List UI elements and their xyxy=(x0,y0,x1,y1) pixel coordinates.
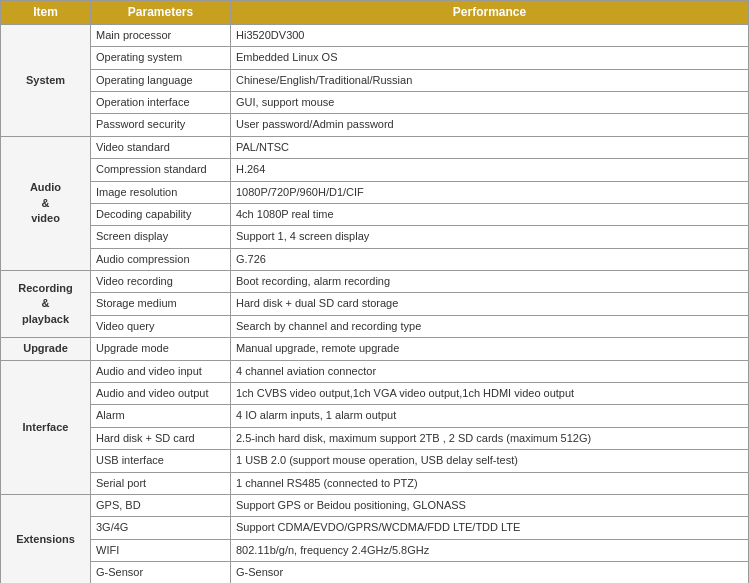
param-label: Serial port xyxy=(91,472,231,494)
perf-value: 1080P/720P/960H/D1/CIF xyxy=(231,181,749,203)
perf-value: User password/Admin password xyxy=(231,114,749,136)
perf-value: G.726 xyxy=(231,248,749,270)
table-row: WIFI802.11b/g/n, frequency 2.4GHz/5.8GHz xyxy=(1,539,749,561)
table-row: Video querySearch by channel and recordi… xyxy=(1,315,749,337)
table-row: Serial port1 channel RS485 (connected to… xyxy=(1,472,749,494)
table-row: Audio compressionG.726 xyxy=(1,248,749,270)
param-label: Password security xyxy=(91,114,231,136)
perf-value: 4 IO alarm inputs, 1 alarm output xyxy=(231,405,749,427)
table-row: SystemMain processorHi3520DV300 xyxy=(1,24,749,46)
param-label: Screen display xyxy=(91,226,231,248)
group-label: Upgrade xyxy=(1,338,91,360)
header-item: Item xyxy=(1,1,91,25)
group-label: Interface xyxy=(1,360,91,494)
param-label: Audio and video input xyxy=(91,360,231,382)
table-row: Operation interfaceGUI, support mouse xyxy=(1,91,749,113)
table-row: Audio & videoVideo standardPAL/NTSC xyxy=(1,136,749,158)
param-label: Alarm xyxy=(91,405,231,427)
perf-value: 802.11b/g/n, frequency 2.4GHz/5.8GHz xyxy=(231,539,749,561)
perf-value: Search by channel and recording type xyxy=(231,315,749,337)
param-label: Video standard xyxy=(91,136,231,158)
group-label: Audio & video xyxy=(1,136,91,270)
table-row: USB interface1 USB 2.0 (support mouse op… xyxy=(1,450,749,472)
group-label: Extensions xyxy=(1,495,91,584)
param-label: Audio compression xyxy=(91,248,231,270)
perf-value: Manual upgrade, remote upgrade xyxy=(231,338,749,360)
perf-value: Boot recording, alarm recording xyxy=(231,271,749,293)
param-label: USB interface xyxy=(91,450,231,472)
header-performance: Performance xyxy=(231,1,749,25)
perf-value: Support CDMA/EVDO/GPRS/WCDMA/FDD LTE/TDD… xyxy=(231,517,749,539)
perf-value: H.264 xyxy=(231,159,749,181)
header-parameters: Parameters xyxy=(91,1,231,25)
spec-table: Item Parameters Performance SystemMain p… xyxy=(0,0,749,583)
table-row: Alarm4 IO alarm inputs, 1 alarm output xyxy=(1,405,749,427)
perf-value: 1 channel RS485 (connected to PTZ) xyxy=(231,472,749,494)
perf-value: 1 USB 2.0 (support mouse operation, USB … xyxy=(231,450,749,472)
table-row: Audio and video output1ch CVBS video out… xyxy=(1,383,749,405)
param-label: Operating language xyxy=(91,69,231,91)
table-row: Storage mediumHard disk + dual SD card s… xyxy=(1,293,749,315)
perf-value: 1ch CVBS video output,1ch VGA video outp… xyxy=(231,383,749,405)
group-label: Recording & playback xyxy=(1,271,91,338)
perf-value: Hard disk + dual SD card storage xyxy=(231,293,749,315)
perf-value: 2.5-inch hard disk, maximum support 2TB … xyxy=(231,427,749,449)
table-row: InterfaceAudio and video input4 channel … xyxy=(1,360,749,382)
perf-value: Support 1, 4 screen display xyxy=(231,226,749,248)
table-row: Hard disk + SD card2.5-inch hard disk, m… xyxy=(1,427,749,449)
param-label: Video recording xyxy=(91,271,231,293)
table-row: G-SensorG-Sensor xyxy=(1,562,749,583)
perf-value: PAL/NTSC xyxy=(231,136,749,158)
param-label: Operation interface xyxy=(91,91,231,113)
table-row: Decoding capability4ch 1080P real time xyxy=(1,203,749,225)
param-label: Audio and video output xyxy=(91,383,231,405)
param-label: Upgrade mode xyxy=(91,338,231,360)
param-label: 3G/4G xyxy=(91,517,231,539)
param-label: GPS, BD xyxy=(91,495,231,517)
table-row: 3G/4GSupport CDMA/EVDO/GPRS/WCDMA/FDD LT… xyxy=(1,517,749,539)
table-row: Operating systemEmbedded Linux OS xyxy=(1,47,749,69)
param-label: Storage medium xyxy=(91,293,231,315)
param-label: Image resolution xyxy=(91,181,231,203)
group-label: System xyxy=(1,24,91,136)
param-label: Video query xyxy=(91,315,231,337)
table-row: ExtensionsGPS, BDSupport GPS or Beidou p… xyxy=(1,495,749,517)
param-label: WIFI xyxy=(91,539,231,561)
perf-value: 4 channel aviation connector xyxy=(231,360,749,382)
perf-value: 4ch 1080P real time xyxy=(231,203,749,225)
table-row: Recording & playbackVideo recordingBoot … xyxy=(1,271,749,293)
param-label: Main processor xyxy=(91,24,231,46)
perf-value: Support GPS or Beidou positioning, GLONA… xyxy=(231,495,749,517)
perf-value: G-Sensor xyxy=(231,562,749,583)
table-row: Image resolution1080P/720P/960H/D1/CIF xyxy=(1,181,749,203)
table-row: UpgradeUpgrade modeManual upgrade, remot… xyxy=(1,338,749,360)
perf-value: Chinese/English/Traditional/Russian xyxy=(231,69,749,91)
perf-value: Embedded Linux OS xyxy=(231,47,749,69)
table-row: Password securityUser password/Admin pas… xyxy=(1,114,749,136)
perf-value: Hi3520DV300 xyxy=(231,24,749,46)
param-label: Operating system xyxy=(91,47,231,69)
param-label: Hard disk + SD card xyxy=(91,427,231,449)
param-label: Compression standard xyxy=(91,159,231,181)
table-row: Operating languageChinese/English/Tradit… xyxy=(1,69,749,91)
table-row: Compression standardH.264 xyxy=(1,159,749,181)
perf-value: GUI, support mouse xyxy=(231,91,749,113)
param-label: G-Sensor xyxy=(91,562,231,583)
param-label: Decoding capability xyxy=(91,203,231,225)
table-row: Screen displaySupport 1, 4 screen displa… xyxy=(1,226,749,248)
